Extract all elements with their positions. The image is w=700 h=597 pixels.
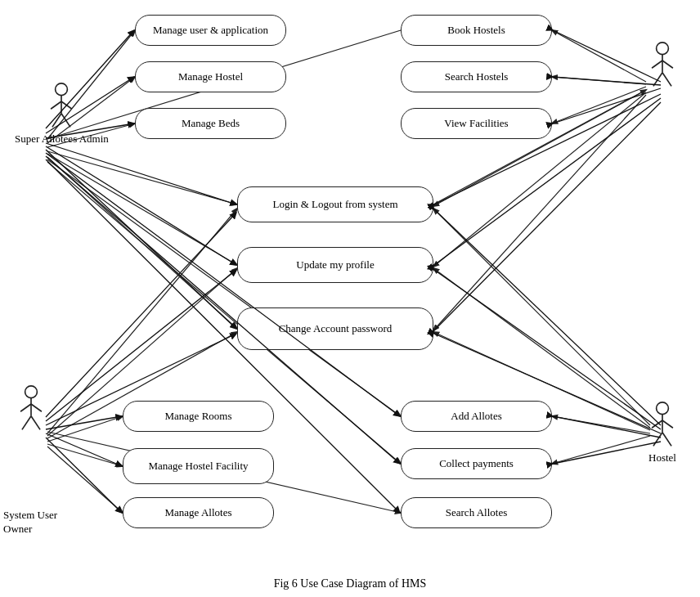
svg-line-31 <box>61 101 72 109</box>
svg-line-49 <box>662 420 673 428</box>
diagram-container: Super Allotees Admin System UserOwner <box>0 0 700 572</box>
svg-line-63 <box>46 213 236 417</box>
super-admin-icon <box>45 82 78 131</box>
manage-hostel-label: Manage Hostel <box>178 70 243 83</box>
update-profile-label: Update my profile <box>296 258 374 272</box>
actor-allotees <box>15 384 47 435</box>
svg-line-11 <box>47 416 123 442</box>
search-allotes-label: Search Allotes <box>446 506 507 519</box>
manage-rooms-label: Manage Rooms <box>165 410 232 423</box>
box-book-hostels: Book Hostels <box>401 15 552 46</box>
svg-line-3 <box>47 151 237 204</box>
svg-line-30 <box>51 101 61 109</box>
box-collect-payments: Collect payments <box>401 448 552 479</box>
actor-super-admin: Super Allotees Admin <box>15 82 109 146</box>
actor-hostel: Hostel <box>646 401 679 465</box>
svg-line-32 <box>52 114 61 128</box>
svg-line-42 <box>652 61 662 68</box>
svg-line-14 <box>433 209 650 425</box>
svg-line-66 <box>46 416 122 429</box>
svg-line-20 <box>552 77 646 84</box>
box-update-profile: Update my profile <box>237 247 433 283</box>
svg-line-21 <box>552 87 646 123</box>
svg-line-12 <box>47 444 123 466</box>
svg-line-64 <box>46 270 236 421</box>
box-add-allotes: Add Allotes <box>401 401 552 432</box>
svg-line-33 <box>61 114 70 128</box>
add-allotes-label: Add Allotes <box>451 410 501 423</box>
hostel-label: Hostel <box>648 451 676 465</box>
search-hostels-label: Search Hostels <box>445 70 509 83</box>
svg-point-28 <box>56 83 68 96</box>
svg-line-4 <box>47 154 237 265</box>
svg-line-38 <box>22 416 31 430</box>
svg-line-67 <box>46 433 122 466</box>
svg-line-8 <box>47 209 237 433</box>
box-manage-hostel: Manage Hostel <box>135 61 286 92</box>
svg-line-13 <box>47 447 123 513</box>
svg-line-39 <box>31 416 40 430</box>
svg-line-50 <box>653 433 662 447</box>
svg-line-69 <box>553 30 661 82</box>
book-hostels-label: Book Hostels <box>447 24 505 37</box>
svg-line-68 <box>46 438 122 513</box>
box-search-hostels: Search Hostels <box>401 61 552 92</box>
svg-line-48 <box>652 420 662 428</box>
svg-line-57 <box>46 143 236 204</box>
svg-line-27 <box>433 90 646 204</box>
manage-hostel-facility-label: Manage Hostel Facility <box>148 460 248 473</box>
login-logout-label: Login & Logout from system <box>272 198 397 211</box>
svg-line-71 <box>553 88 661 123</box>
svg-line-70 <box>553 77 661 85</box>
svg-line-45 <box>662 73 671 87</box>
super-admin-label: Super Allotees Admin <box>15 132 109 146</box>
svg-point-34 <box>25 386 38 398</box>
svg-point-46 <box>657 402 669 415</box>
allotees-icon <box>15 384 47 433</box>
manage-user-label: Manage user & application <box>153 24 268 37</box>
svg-line-36 <box>20 404 31 411</box>
top-right-actor-icon <box>646 41 679 90</box>
svg-line-58 <box>46 146 236 265</box>
collect-payments-label: Collect payments <box>439 457 514 470</box>
svg-line-79 <box>553 442 661 464</box>
system-user-label: System UserOwner <box>3 509 57 536</box>
box-search-allotes: Search Allotes <box>401 497 552 528</box>
hostel-actor-icon <box>646 401 679 450</box>
svg-line-51 <box>662 433 671 447</box>
view-facilities-label: View Facilities <box>444 117 508 130</box>
svg-line-5 <box>47 157 237 329</box>
manage-beds-label: Manage Beds <box>182 117 240 130</box>
svg-line-44 <box>653 73 662 87</box>
box-manage-user: Manage user & application <box>135 15 286 46</box>
box-change-password: Change Account password <box>237 307 433 350</box>
svg-line-19 <box>552 30 646 82</box>
svg-line-59 <box>46 150 236 329</box>
manage-allotes-label: Manage Allotes <box>165 506 232 519</box>
change-password-label: Change Account password <box>279 322 393 335</box>
box-view-facilities: View Facilities <box>401 108 552 139</box>
actor-top-right <box>646 41 679 90</box>
diagram-caption: Fig 6 Use Case Diagram of HMS <box>0 572 700 595</box>
box-login-logout: Login & Logout from system <box>237 186 433 222</box>
svg-line-75 <box>434 209 661 425</box>
svg-point-40 <box>657 43 669 55</box>
box-manage-hostel-facility: Manage Hostel Facility <box>123 448 274 484</box>
svg-line-18 <box>552 436 650 464</box>
svg-line-17 <box>552 416 650 433</box>
box-manage-allotes: Manage Allotes <box>123 497 274 528</box>
box-manage-beds: Manage Beds <box>135 108 286 139</box>
svg-line-37 <box>31 404 42 411</box>
svg-line-78 <box>553 416 661 438</box>
svg-line-43 <box>662 61 673 68</box>
box-manage-rooms: Manage Rooms <box>123 401 274 432</box>
